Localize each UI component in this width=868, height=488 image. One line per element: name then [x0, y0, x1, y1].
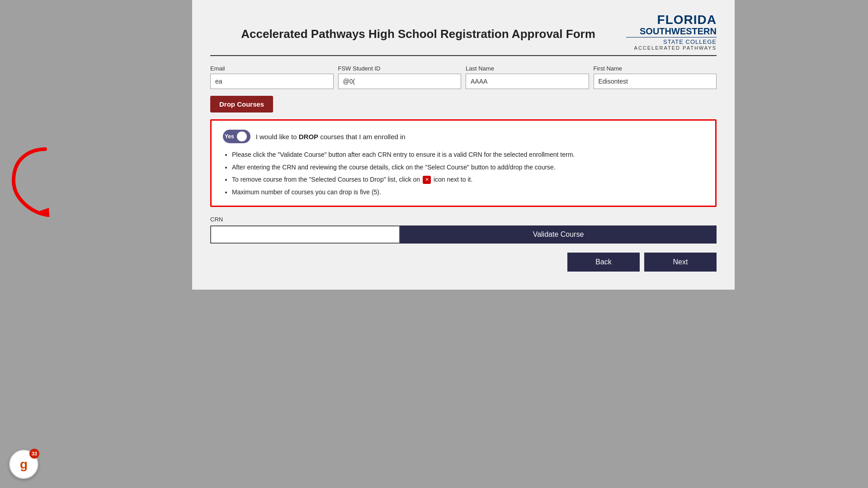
notification-badge: 33	[29, 449, 39, 459]
crn-row: Validate Course	[210, 225, 717, 244]
main-form-panel: Accelerated Pathways High School Registr…	[192, 0, 735, 290]
toggle-yes-label: Yes	[225, 133, 234, 140]
logo-southwestern: SOUTHWESTERN	[626, 26, 717, 36]
next-button[interactable]: Next	[644, 253, 717, 272]
first-name-label: First Name	[594, 65, 717, 72]
first-name-field-group: First Name	[594, 65, 717, 89]
back-button[interactable]: Back	[567, 253, 640, 272]
drop-courses-toggle[interactable]: Yes	[223, 130, 250, 143]
logo-divider	[626, 37, 717, 38]
bullet-item-3-text-after: icon next to it.	[434, 176, 472, 183]
fsw-id-label: FSW Student ID	[338, 65, 462, 72]
bullet-item-3: To remove course from the "Selected Cour…	[232, 175, 704, 184]
email-label: Email	[210, 65, 334, 72]
crn-section: CRN Validate Course	[210, 216, 717, 244]
svg-marker-0	[38, 208, 50, 217]
last-name-input[interactable]	[466, 74, 589, 89]
bullet-item-3-text-before: To remove course from the "Selected Cour…	[232, 176, 420, 183]
first-name-input[interactable]	[594, 74, 717, 89]
nav-buttons: Back Next	[210, 253, 717, 272]
email-field-group: Email	[210, 65, 334, 89]
info-box: Yes I would like to DROP courses that I …	[210, 119, 717, 207]
crn-input[interactable]	[210, 225, 400, 244]
bullet-item-2: After entering the CRN and reviewing the…	[232, 163, 704, 172]
page-title: Accelerated Pathways High School Registr…	[210, 27, 626, 41]
validate-course-button[interactable]: Validate Course	[400, 225, 717, 244]
logo-pathways: ACCELERATED PATHWAYS	[626, 45, 717, 51]
logo-state: STATE COLLEGE	[626, 38, 717, 45]
remove-icon-example	[423, 176, 431, 184]
form-fields-row: Email FSW Student ID Last Name First Nam…	[210, 65, 717, 89]
crn-label: CRN	[210, 216, 717, 223]
bullet-item-4: Maximum number of courses you can drop i…	[232, 188, 704, 197]
toggle-description: I would like to DROP courses that I am e…	[256, 133, 406, 141]
fsw-id-field-group: FSW Student ID	[338, 65, 462, 89]
header-section: Accelerated Pathways High School Registr…	[210, 14, 717, 56]
user-avatar[interactable]: g 33	[9, 450, 38, 479]
drop-courses-button[interactable]: Drop Courses	[210, 96, 273, 113]
last-name-label: Last Name	[466, 65, 589, 72]
toggle-row: Yes I would like to DROP courses that I …	[223, 130, 704, 143]
instructions-list: Please click the "Validate Course" butto…	[223, 150, 704, 197]
avatar-letter: g	[20, 457, 28, 472]
bullet-item-1: Please click the "Validate Course" butto…	[232, 150, 704, 160]
email-input[interactable]	[210, 74, 334, 89]
logo-container: FLORIDA SOUTHWESTERN STATE COLLEGE ACCEL…	[626, 14, 717, 51]
toggle-knob	[237, 131, 247, 141]
logo-florida: FLORIDA	[626, 14, 717, 26]
last-name-field-group: Last Name	[466, 65, 589, 89]
fsw-id-input[interactable]	[338, 74, 462, 89]
